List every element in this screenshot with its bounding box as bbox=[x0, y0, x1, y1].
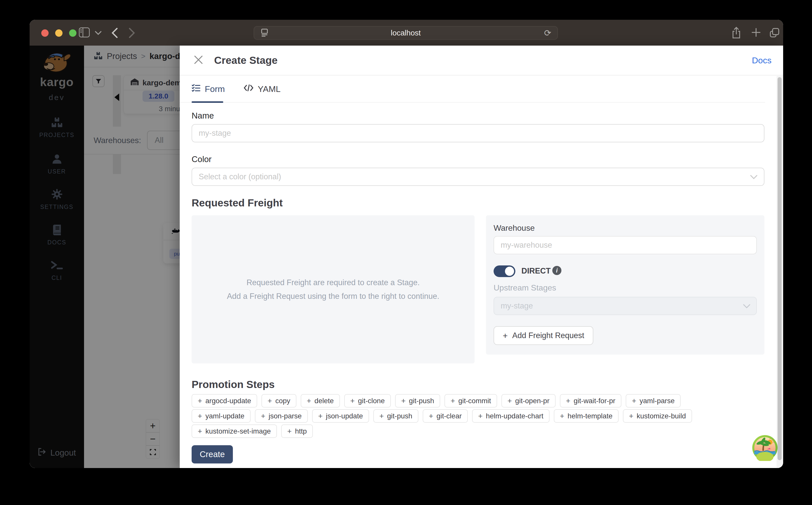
address-bar[interactable]: localhost ⟳ bbox=[254, 26, 558, 40]
promotion-step-chip[interactable]: +yaml-parse bbox=[626, 394, 681, 407]
docs-link[interactable]: Docs bbox=[752, 55, 772, 65]
browser-window: localhost ⟳ bbox=[30, 20, 783, 468]
plus-icon: + bbox=[318, 412, 323, 420]
color-select[interactable]: Select a color (optional) bbox=[192, 168, 764, 186]
promotion-step-chip[interactable]: +git-clone bbox=[344, 394, 391, 407]
toggle-knob bbox=[505, 267, 514, 276]
traffic-lights bbox=[41, 29, 76, 37]
browser-chrome: localhost ⟳ bbox=[30, 20, 783, 45]
chevron-down-icon bbox=[743, 301, 750, 311]
plus-icon: + bbox=[632, 396, 636, 405]
code-icon bbox=[244, 83, 254, 94]
promotion-step-chip[interactable]: +git-commit bbox=[445, 394, 497, 407]
modal-tabs: Form YAML bbox=[192, 83, 280, 101]
plus-icon: + bbox=[198, 396, 202, 405]
plus-icon: + bbox=[429, 412, 433, 420]
direct-toggle[interactable] bbox=[494, 266, 515, 277]
promotion-step-chip[interactable]: +delete bbox=[301, 394, 340, 407]
minimize-window-button[interactable] bbox=[55, 29, 62, 37]
plus-icon: + bbox=[560, 412, 564, 420]
promotion-step-chip[interactable]: +git-push bbox=[373, 409, 419, 423]
requested-freight-heading: Requested Freight bbox=[192, 197, 283, 209]
promotion-step-chip[interactable]: +yaml-update bbox=[192, 409, 251, 423]
promotion-step-chip[interactable]: +copy bbox=[261, 394, 296, 407]
island-badge-icon[interactable] bbox=[752, 435, 778, 461]
active-tab-indicator bbox=[192, 101, 223, 103]
app-root: kargo dev PROJECTS USER bbox=[30, 45, 783, 468]
plus-icon: + bbox=[401, 396, 406, 405]
back-button[interactable] bbox=[111, 28, 118, 39]
tab-yaml[interactable]: YAML bbox=[244, 83, 280, 101]
promotion-steps-row-3: +kustomize-set-image+http bbox=[192, 425, 764, 438]
plus-icon: + bbox=[307, 396, 311, 405]
modal-header: Create Stage Docs bbox=[180, 45, 783, 75]
promotion-step-chip[interactable]: +git-push bbox=[395, 394, 440, 407]
name-input[interactable] bbox=[192, 124, 764, 142]
plus-icon: + bbox=[261, 412, 266, 420]
promotion-step-chip[interactable]: +kustomize-set-image bbox=[192, 425, 277, 438]
add-freight-request-button[interactable]: + Add Freight Request bbox=[494, 326, 593, 345]
scrollbar-thumb[interactable] bbox=[778, 77, 782, 460]
promotion-steps-heading: Promotion Steps bbox=[192, 379, 275, 390]
direct-label: DIRECT bbox=[521, 267, 551, 276]
chevron-down-icon[interactable] bbox=[95, 31, 101, 36]
new-tab-icon[interactable] bbox=[751, 27, 761, 38]
plus-icon: + bbox=[629, 412, 633, 420]
requested-freight-empty-panel: Requested Freight are required to create… bbox=[192, 215, 475, 363]
promotion-steps-row-2: +yaml-update+json-parse+json-update+git-… bbox=[192, 409, 764, 423]
freight-request-form-panel: Warehouse DIRECT i Upstream Stages my-st… bbox=[486, 215, 764, 355]
warehouse-label: Warehouse bbox=[494, 223, 535, 233]
promotion-step-chip[interactable]: +kustomize-build bbox=[623, 409, 692, 423]
promotion-step-chip[interactable]: +helm-template bbox=[554, 409, 619, 423]
plus-icon: + bbox=[268, 396, 272, 405]
promotion-step-chip[interactable]: +git-clear bbox=[423, 409, 468, 423]
plus-icon: + bbox=[198, 427, 202, 436]
plus-icon: + bbox=[478, 412, 483, 420]
promotion-step-chip[interactable]: +json-update bbox=[312, 409, 369, 423]
plus-icon: + bbox=[379, 412, 384, 420]
modal-scrollbar[interactable] bbox=[777, 76, 783, 468]
info-icon[interactable]: i bbox=[552, 266, 561, 275]
sidebar-toggle-icon[interactable] bbox=[79, 27, 90, 38]
color-label: Color bbox=[192, 155, 212, 164]
create-button[interactable]: Create bbox=[192, 445, 233, 464]
chevron-down-icon bbox=[750, 172, 757, 181]
forward-button[interactable] bbox=[129, 28, 136, 39]
plus-icon: + bbox=[287, 427, 292, 436]
promotion-step-chip[interactable]: +helm-update-chart bbox=[472, 409, 550, 423]
promotion-step-chip[interactable]: +json-parse bbox=[255, 409, 308, 423]
warehouse-input[interactable] bbox=[494, 236, 757, 254]
plus-icon: + bbox=[451, 396, 455, 405]
promotion-steps-row-1: +argocd-update+copy+delete+git-clone+git… bbox=[192, 394, 764, 407]
empty-message-line1: Requested Freight are required to create… bbox=[247, 278, 420, 287]
plus-icon: + bbox=[198, 412, 202, 420]
tabs-divider bbox=[180, 102, 765, 103]
create-stage-modal: Create Stage Docs Form bbox=[180, 45, 783, 468]
promotion-step-chip[interactable]: +git-wait-for-pr bbox=[560, 394, 621, 407]
empty-message-line2: Add a Freight Request using the form to … bbox=[227, 292, 439, 301]
plus-icon: + bbox=[508, 396, 512, 405]
upstream-stages-select: my-stage bbox=[494, 297, 757, 315]
close-icon[interactable] bbox=[194, 55, 203, 65]
upstream-stages-label: Upstream Stages bbox=[494, 283, 556, 293]
refresh-icon[interactable]: ⟳ bbox=[544, 28, 552, 38]
plus-icon: + bbox=[350, 396, 355, 405]
name-label: Name bbox=[192, 111, 214, 121]
modal-title: Create Stage bbox=[214, 54, 278, 66]
share-icon[interactable] bbox=[731, 27, 741, 39]
form-list-icon bbox=[192, 83, 201, 94]
plus-icon: + bbox=[566, 396, 570, 405]
url-text: localhost bbox=[391, 29, 421, 37]
promotion-step-chip[interactable]: +http bbox=[281, 425, 313, 438]
close-window-button[interactable] bbox=[41, 29, 49, 37]
reader-view-icon[interactable] bbox=[261, 28, 268, 38]
zoom-window-button[interactable] bbox=[69, 29, 76, 37]
promotion-step-chip[interactable]: +git-open-pr bbox=[501, 394, 556, 407]
promotion-step-chip[interactable]: +argocd-update bbox=[192, 394, 257, 407]
plus-icon: + bbox=[503, 331, 508, 341]
tab-form[interactable]: Form bbox=[192, 83, 225, 101]
tab-overview-icon[interactable] bbox=[769, 27, 780, 38]
